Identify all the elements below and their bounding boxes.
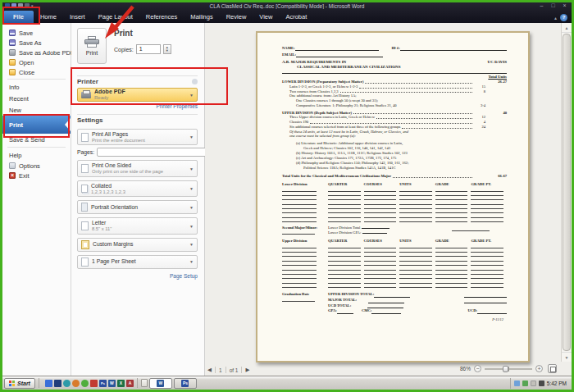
table-row (282, 284, 507, 288)
lower-division-table (282, 187, 507, 222)
printer-dropdown[interactable]: Adobe PDF Ready ▼ (77, 88, 198, 102)
printer-properties-link[interactable]: Printer Properties (77, 103, 198, 109)
scroll-down-icon[interactable]: ▼ (562, 352, 572, 362)
pages-per-sheet-dropdown[interactable]: 1 Page Per Sheet ▼ (77, 255, 198, 269)
paper-size-dropdown[interactable]: Letter8.5" x 11" ▼ (77, 217, 198, 234)
browser-icon[interactable] (81, 380, 89, 387)
restore-button[interactable]: □ (549, 2, 558, 8)
collation-dropdown[interactable]: Collated1,2,3 1,2,3 1,2,3 ▼ (77, 180, 198, 197)
sidebar-item-save[interactable]: Save (2, 28, 71, 38)
tab-references[interactable]: References (139, 11, 184, 23)
sidebar-item-save-as-adobe-pdf[interactable]: Save as Adobe PDF (2, 48, 71, 57)
margins-dropdown[interactable]: Custom Margins ▼ (77, 238, 198, 252)
print-range-dropdown[interactable]: Print All PagesPrint the entire document… (77, 129, 198, 145)
chevron-down-icon: ▼ (189, 186, 194, 191)
preview-scrollbar[interactable]: ▲ ▼ (561, 23, 572, 362)
zoom-controls: 86% − + (460, 364, 557, 373)
qat-save-icon[interactable] (11, 3, 16, 8)
firefox-icon[interactable] (72, 380, 80, 387)
excel-icon[interactable]: X (117, 380, 125, 387)
save-icon (9, 30, 16, 36)
sidebar-item-save-and-send[interactable]: Save & Send (2, 134, 71, 145)
orientation-dropdown[interactable]: Portrait Orientation ▼ (77, 200, 198, 214)
page-setup-link[interactable]: Page Setup (77, 273, 198, 279)
close-button[interactable]: × (560, 2, 569, 8)
zoom-percent[interactable]: 86% (460, 366, 471, 371)
qat-redo-icon[interactable] (25, 3, 30, 8)
word-app-icon (5, 3, 10, 8)
adobe-app-icon[interactable] (90, 380, 98, 387)
quick-access-toolbar[interactable]: ▾ (5, 3, 34, 8)
save-as-icon (9, 39, 16, 46)
next-page-icon[interactable]: ▶ (245, 367, 249, 373)
fit-to-page-button[interactable] (548, 364, 557, 373)
word-window-button[interactable]: W (149, 378, 172, 389)
sidebar-item-help[interactable]: Help (2, 149, 71, 161)
minimize-ribbon-icon[interactable]: ▴ (554, 15, 557, 21)
tray-icon[interactable] (539, 381, 544, 386)
quick-launch-bar: Ps W X A (45, 380, 134, 387)
ribbon-controls: ▴ (554, 14, 567, 21)
copies-input[interactable]: 1 (136, 44, 161, 54)
tray-icon[interactable] (514, 381, 520, 386)
word-icon: W (157, 380, 164, 387)
current-page-number[interactable]: 1 (219, 367, 222, 373)
document-preview-page: NAME:ID #: EMAIL: A.B. MAJOR REQUIREMENT… (256, 31, 530, 362)
clock[interactable]: 5:42 PM (547, 381, 567, 386)
zoom-slider-thumb[interactable] (503, 366, 508, 372)
tab-view[interactable]: View (253, 11, 279, 23)
zoom-in-icon[interactable]: + (535, 365, 543, 372)
sidebar-item-save-as[interactable]: Save As (2, 38, 71, 48)
tab-page-layout[interactable]: Page Layout (92, 11, 139, 23)
sidebar-item-recent[interactable]: Recent (2, 93, 71, 104)
system-tray: 5:42 PM (510, 378, 570, 389)
spinner-down-icon[interactable]: ▼ (166, 49, 169, 52)
tray-icon[interactable] (522, 381, 528, 386)
adobe-pdf-printer-icon (81, 92, 91, 98)
word-icon[interactable]: W (108, 380, 116, 387)
backstage-view: Save Save As Save as Adobe PDF Open Clos… (2, 23, 572, 376)
printer-icon (84, 36, 99, 48)
chevron-down-icon: ▼ (189, 134, 194, 139)
previous-page-icon[interactable]: ◀ (207, 367, 212, 373)
sidebar-item-exit[interactable]: Exit (2, 171, 71, 180)
sidebar-divider (7, 79, 66, 80)
zoom-out-icon[interactable]: − (474, 365, 481, 372)
qat-undo-icon[interactable] (18, 3, 23, 8)
chevron-down-icon: ▼ (189, 242, 194, 247)
window-controls: – □ × (537, 2, 569, 8)
scrollbar-thumb[interactable] (563, 34, 571, 351)
sidebar-item-options[interactable]: Options (2, 161, 71, 171)
start-button[interactable]: Start (4, 378, 35, 389)
windows-explorer-icon[interactable] (54, 380, 61, 387)
duplex-dropdown[interactable]: Print One SidedOnly print on one side of… (77, 160, 198, 176)
minimize-button[interactable]: – (537, 2, 546, 8)
show-desktop-icon[interactable] (141, 379, 148, 387)
print-button[interactable]: Print (77, 28, 107, 64)
tab-insert[interactable]: Insert (63, 11, 92, 23)
copies-stepper[interactable]: ▲▼ (163, 44, 171, 54)
help-icon[interactable] (560, 14, 567, 21)
pages-field-row: Pages: (77, 148, 198, 157)
tab-review[interactable]: Review (220, 11, 253, 23)
tab-acrobat[interactable]: Acrobat (279, 11, 313, 23)
sidebar-item-print[interactable]: Print (2, 116, 71, 134)
print-one-sided-icon (81, 164, 89, 173)
tray-icon[interactable] (531, 381, 536, 386)
access-icon[interactable]: A (126, 380, 134, 387)
tab-home[interactable]: Home (34, 11, 63, 23)
scroll-up-icon[interactable]: ▲ (562, 23, 572, 33)
sidebar-item-open[interactable]: Open (2, 57, 71, 67)
sidebar-item-info[interactable]: Info (2, 81, 71, 93)
second-window-button[interactable]: Ps (174, 378, 197, 389)
tab-mailings[interactable]: Mailings (184, 11, 220, 23)
sidebar-item-new[interactable]: New (2, 104, 71, 116)
qat-dropdown-icon[interactable]: ▾ (31, 3, 34, 8)
photoshop-icon[interactable]: Ps (99, 380, 107, 387)
internet-explorer-icon[interactable] (45, 380, 52, 387)
open-folder-icon (9, 59, 16, 66)
sidebar-item-close[interactable]: Close (2, 67, 71, 77)
tab-file[interactable]: File (3, 11, 34, 23)
zoom-slider[interactable] (485, 368, 532, 370)
messenger-icon[interactable] (63, 380, 71, 387)
